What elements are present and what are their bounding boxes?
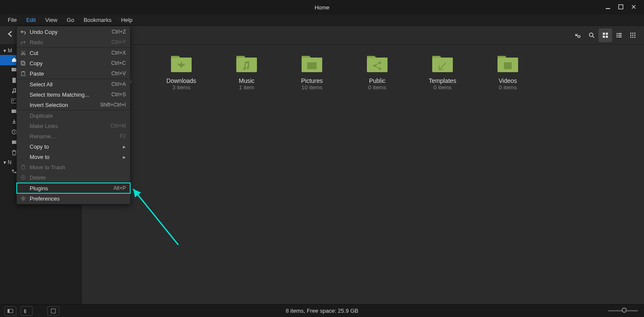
maximize-icon[interactable]: [618, 4, 623, 11]
folder-subtitle: 10 items: [301, 84, 322, 91]
menu-bookmarks[interactable]: Bookmarks: [79, 15, 116, 24]
menu-item-label: Duplicate: [29, 113, 126, 119]
svg-rect-31: [12, 170, 14, 171]
menu-item-shortcut: Ctrl+C: [111, 60, 126, 66]
svg-rect-22: [632, 37, 634, 38]
close-sidebar-button[interactable]: [47, 306, 59, 316]
svg-point-3: [589, 33, 593, 36]
menu-item-copy-to[interactable]: Copy to▸: [17, 141, 130, 152]
svg-rect-55: [22, 62, 25, 65]
folder-label: Music: [239, 77, 255, 84]
svg-rect-16: [632, 33, 634, 34]
menu-item-invert-selection[interactable]: Invert SelectionShift+Ctrl+I: [17, 100, 130, 110]
menu-item-label: Move to: [29, 154, 120, 160]
svg-rect-14: [618, 37, 622, 37]
search-icon[interactable]: [585, 28, 598, 42]
svg-rect-9: [617, 33, 618, 34]
menu-item-shortcut: Ctrl+A: [111, 81, 126, 87]
window-title: Home: [314, 4, 330, 11]
titlebar: Home: [0, 0, 644, 15]
svg-rect-56: [21, 61, 24, 64]
menu-item-paste[interactable]: PasteCtrl+V: [17, 68, 130, 79]
folder-subtitle: 0 items: [433, 84, 452, 91]
svg-rect-57: [21, 72, 25, 76]
svg-rect-49: [510, 63, 511, 69]
folder-label: Videos: [499, 77, 517, 84]
menu-item-select-all[interactable]: Select AllCtrl+A: [17, 79, 130, 89]
folder-subtitle: 1 item: [239, 84, 254, 91]
menu-item-label: Copy: [29, 60, 109, 67]
menu-item-move-to-trash: Move to Trash: [17, 162, 130, 172]
folder-music[interactable]: Music 1 item: [229, 52, 264, 91]
menu-item-shortcut: Shift+Ctrl+I: [100, 102, 126, 108]
menu-edit[interactable]: Edit: [22, 15, 40, 24]
window-controls: [605, 0, 641, 15]
menu-item-shortcut: Ctrl+X: [111, 50, 126, 56]
status-text: 8 items, Free space: 25.9 GB: [286, 308, 358, 314]
svg-rect-23: [635, 37, 636, 38]
menu-item-plugins[interactable]: PluginsAlt+P: [17, 183, 130, 193]
folder-icon: [430, 52, 455, 74]
folder-icon: [168, 52, 194, 74]
svg-rect-58: [22, 71, 24, 72]
svg-rect-8: [606, 36, 608, 38]
icon-view-button[interactable]: [598, 28, 612, 42]
folder-icon: [299, 52, 325, 74]
menubar: File Edit View Go Bookmarks Help: [0, 15, 644, 26]
edit-menu-dropdown: Undo CopyCtrl+ZRedoCtrl+YCutCtrl+XCopyCt…: [16, 26, 131, 204]
svg-rect-13: [617, 37, 618, 37]
statusbar: 8 items, Free space: 25.9 GB: [0, 304, 644, 317]
folder-downloads[interactable]: Downloads 3 items: [164, 52, 198, 91]
menu-view[interactable]: View: [41, 15, 61, 24]
menu-help[interactable]: Help: [117, 15, 137, 24]
folder-subtitle: 0 items: [368, 84, 386, 91]
menu-item-label: Undo Copy: [29, 29, 109, 35]
menu-item-undo-copy[interactable]: Undo CopyCtrl+Z: [17, 27, 130, 37]
zoom-slider[interactable]: [608, 310, 638, 311]
svg-rect-18: [630, 34, 632, 36]
menu-item-label: Move to Trash: [29, 164, 126, 171]
menu-item-duplicate: Duplicate: [17, 110, 130, 121]
folder-videos[interactable]: Videos 0 items: [491, 52, 525, 91]
menu-item-move-to[interactable]: Move to▸: [17, 152, 130, 162]
menu-item-select-items-matching[interactable]: Select Items Matching...Ctrl+S: [17, 89, 130, 100]
menu-item-preferences[interactable]: Preferences: [17, 193, 130, 204]
list-view-button[interactable]: [612, 28, 626, 42]
menu-item-shortcut: Ctrl+Z: [112, 29, 126, 35]
folder-pictures[interactable]: Pictures 10 items: [295, 52, 329, 91]
svg-rect-30: [12, 140, 16, 144]
svg-rect-11: [617, 35, 618, 36]
menu-item-label: Make Links: [29, 123, 108, 129]
copy-icon: [20, 61, 26, 66]
show-places-button[interactable]: [4, 306, 16, 316]
svg-rect-10: [618, 33, 622, 34]
back-button[interactable]: [4, 30, 16, 40]
folder-public[interactable]: Public 0 items: [360, 52, 394, 91]
folder-label: Downloads: [166, 77, 196, 84]
show-treeview-button[interactable]: [21, 306, 33, 316]
svg-rect-15: [630, 33, 632, 34]
menu-file[interactable]: File: [3, 15, 21, 24]
close-icon[interactable]: [631, 4, 636, 11]
menu-item-shortcut: Alt+P: [113, 185, 126, 191]
chevron-right-icon: ▸: [123, 143, 126, 150]
folder-icon: [234, 52, 259, 74]
menu-item-shortcut: F2: [120, 133, 126, 139]
toggle-location-icon[interactable]: [571, 28, 585, 42]
folder-templates[interactable]: Templates 0 items: [425, 52, 460, 91]
menu-item-shortcut: Ctrl+S: [111, 91, 126, 98]
menu-item-shortcut: Ctrl+V: [111, 70, 126, 76]
menu-go[interactable]: Go: [62, 15, 78, 24]
menu-item-label: Redo: [29, 39, 109, 46]
svg-rect-19: [632, 34, 634, 36]
svg-point-27: [13, 100, 14, 101]
menu-item-label: Rename...: [29, 133, 117, 140]
minimize-icon[interactable]: [605, 4, 610, 11]
compact-view-button[interactable]: [626, 28, 640, 42]
svg-rect-7: [603, 36, 605, 38]
svg-rect-48: [504, 63, 506, 69]
folder-view[interactable]: Documents 4 items Downloads 3 items Musi…: [82, 45, 644, 304]
menu-item-copy[interactable]: CopyCtrl+C: [17, 58, 130, 68]
menu-item-cut[interactable]: CutCtrl+X: [17, 48, 130, 58]
menu-item-label: Preferences: [29, 195, 126, 202]
